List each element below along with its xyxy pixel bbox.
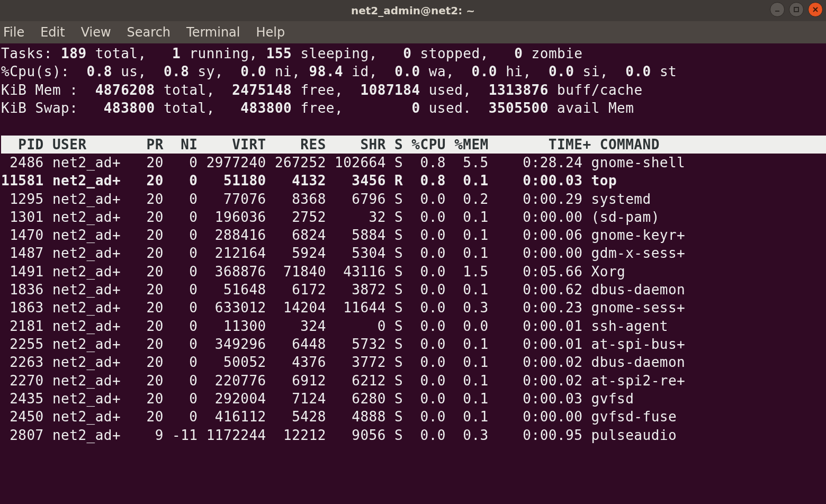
- process-row: 1470 net2_ad+ 20 0 288416 6824 5884 S 0.…: [1, 226, 826, 244]
- process-header: PID USER PR NI VIRT RES SHR S %CPU %MEM …: [1, 136, 826, 154]
- summary-swap: KiB Swap: 483800 total, 483800 free, 0 u…: [1, 99, 826, 117]
- summary-tasks: Tasks: 189 total, 1 running, 155 sleepin…: [1, 44, 826, 62]
- blank-line: [1, 117, 826, 135]
- process-row: 2255 net2_ad+ 20 0 349296 6448 5732 S 0.…: [1, 335, 826, 353]
- process-row: 2807 net2_ad+ 9 -11 1172244 12212 9056 S…: [1, 426, 826, 444]
- terminal-output[interactable]: Tasks: 189 total, 1 running, 155 sleepin…: [0, 43, 826, 444]
- menu-edit[interactable]: Edit: [40, 25, 65, 40]
- process-row: 1836 net2_ad+ 20 0 51648 6172 3872 S 0.0…: [1, 281, 826, 299]
- menu-view[interactable]: View: [81, 25, 111, 40]
- menu-help[interactable]: Help: [256, 25, 285, 40]
- process-row: 1487 net2_ad+ 20 0 212164 5924 5304 S 0.…: [1, 244, 826, 262]
- window-title: net2_admin@net2: ~: [351, 4, 475, 17]
- process-row: 2435 net2_ad+ 20 0 292004 7124 6280 S 0.…: [1, 390, 826, 408]
- menu-terminal[interactable]: Terminal: [186, 25, 240, 40]
- process-row: 2450 net2_ad+ 20 0 416112 5428 4888 S 0.…: [1, 408, 826, 426]
- minimize-button[interactable]: [770, 2, 785, 17]
- process-row: 1491 net2_ad+ 20 0 368876 71840 43116 S …: [1, 263, 826, 281]
- menu-bar: File Edit View Search Terminal Help: [0, 21, 826, 43]
- process-row: 2263 net2_ad+ 20 0 50052 4376 3772 S 0.0…: [1, 353, 826, 371]
- process-row: 2486 net2_ad+ 20 0 2977240 267252 102664…: [1, 154, 826, 172]
- menu-search[interactable]: Search: [127, 25, 170, 40]
- svg-rect-1: [794, 7, 798, 12]
- window-titlebar: net2_admin@net2: ~: [0, 0, 826, 21]
- close-button[interactable]: [808, 2, 823, 17]
- process-row: 2270 net2_ad+ 20 0 220776 6912 6212 S 0.…: [1, 372, 826, 390]
- process-row: 2181 net2_ad+ 20 0 11300 324 0 S 0.0 0.0…: [1, 317, 826, 335]
- menu-file[interactable]: File: [3, 25, 24, 40]
- process-row: 1295 net2_ad+ 20 0 77076 8368 6796 S 0.0…: [1, 190, 826, 208]
- window-controls: [770, 2, 823, 17]
- process-row: 1863 net2_ad+ 20 0 633012 14204 11644 S …: [1, 299, 826, 317]
- process-row: 1301 net2_ad+ 20 0 196036 2752 32 S 0.0 …: [1, 208, 826, 226]
- process-row: 11581 net2_ad+ 20 0 51180 4132 3456 R 0.…: [1, 172, 826, 190]
- maximize-button[interactable]: [789, 2, 804, 17]
- summary-mem: KiB Mem : 4876208 total, 2475148 free, 1…: [1, 81, 826, 99]
- summary-cpu: %Cpu(s): 0.8 us, 0.8 sy, 0.0 ni, 98.4 id…: [1, 62, 826, 80]
